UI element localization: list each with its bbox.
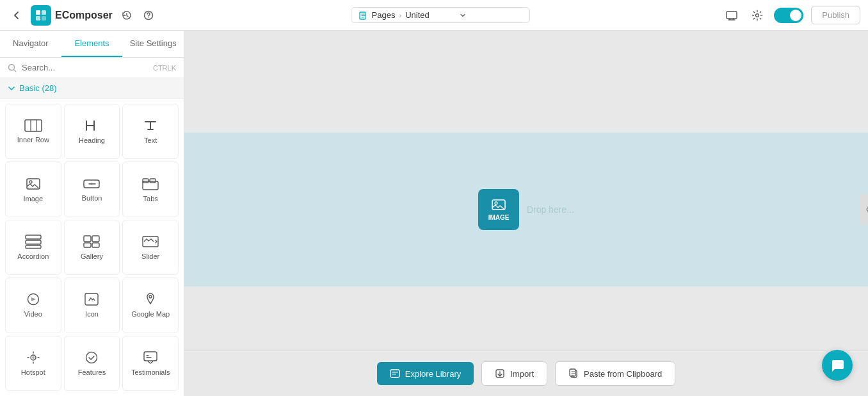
image-element-icon — [492, 199, 506, 211]
element-button-label: Button — [82, 194, 102, 202]
testimonials-icon — [143, 351, 158, 365]
elements-grid: Inner Row Heading Text — [0, 99, 184, 396]
gallery-icon — [83, 235, 100, 249]
svg-rect-1 — [42, 10, 46, 15]
element-image[interactable]: Image — [5, 161, 61, 217]
breadcrumb-bar[interactable]: Pages › United — [351, 7, 530, 23]
element-features-label: Features — [78, 368, 106, 376]
image-element-label: IMAGE — [488, 214, 510, 221]
svg-point-30 — [149, 295, 152, 298]
element-inner-row[interactable]: Inner Row — [5, 104, 61, 159]
hotspot-icon — [26, 351, 40, 365]
image-drop-element[interactable]: IMAGE — [478, 189, 519, 230]
element-video-label: Video — [24, 310, 42, 318]
collapse-sidebar-handle[interactable] — [860, 194, 868, 225]
element-text[interactable]: Text — [122, 104, 179, 159]
search-shortcut: CTRLK — [153, 64, 176, 72]
paste-clipboard-button[interactable]: Paste from Clipboard — [555, 361, 675, 386]
settings-button[interactable] — [748, 6, 766, 24]
section-label: Basic (28) — [19, 83, 57, 93]
svg-rect-20 — [26, 235, 41, 239]
svg-rect-37 — [390, 370, 399, 377]
paste-icon — [568, 368, 579, 379]
element-features[interactable]: Features — [64, 336, 120, 391]
element-tabs[interactable]: Tabs — [122, 161, 179, 217]
element-hotspot[interactable]: Hotspot — [5, 336, 61, 391]
element-gallery[interactable]: Gallery — [64, 220, 120, 275]
logo-icon — [31, 5, 51, 26]
element-video[interactable]: Video — [5, 277, 61, 333]
slider-icon — [142, 235, 159, 249]
top-header: EComposer — [0, 0, 868, 31]
search-input[interactable] — [22, 63, 148, 72]
logo-text: EComposer — [55, 10, 113, 21]
svg-rect-21 — [26, 240, 41, 244]
svg-rect-19 — [150, 179, 156, 183]
element-testimonials-label: Testimonials — [131, 368, 170, 376]
tab-site-settings[interactable]: Site Settings — [122, 31, 184, 57]
canvas-section[interactable]: IMAGE Drop here... — [184, 133, 868, 286]
pages-icon — [359, 11, 368, 20]
inner-row-icon — [24, 119, 42, 132]
logo: EComposer — [31, 5, 113, 26]
chevron-down-icon — [8, 85, 15, 92]
header-center: Pages › United — [163, 7, 718, 23]
tabs-icon — [142, 177, 159, 191]
header-tools — [118, 6, 157, 24]
element-accordion[interactable]: Accordion — [5, 220, 61, 275]
element-button[interactable]: Button — [64, 161, 120, 217]
tab-elements[interactable]: Elements — [61, 31, 123, 57]
back-button[interactable] — [8, 6, 26, 24]
heading-icon — [84, 119, 99, 133]
preview-toggle[interactable] — [774, 8, 803, 23]
explore-library-button[interactable]: Explore Library — [377, 362, 474, 385]
import-icon — [495, 368, 505, 379]
search-icon — [8, 63, 17, 72]
element-icon-label: Icon — [85, 310, 99, 318]
import-label: Import — [510, 369, 534, 379]
svg-rect-7 — [727, 12, 737, 19]
canvas-bottom-bar: Explore Library Import Paste from Clipbo… — [184, 351, 868, 396]
element-text-label: Text — [144, 136, 157, 144]
publish-button[interactable]: Publish — [811, 6, 860, 24]
element-icon[interactable]: Icon — [64, 277, 120, 333]
breadcrumb-pages: Pages — [372, 10, 396, 20]
tab-navigator[interactable]: Navigator — [0, 31, 61, 57]
svg-rect-0 — [36, 10, 40, 15]
history-button[interactable] — [118, 6, 136, 24]
explore-library-icon — [390, 368, 400, 379]
element-hotspot-label: Hotspot — [21, 368, 45, 376]
import-button[interactable]: Import — [481, 361, 547, 386]
svg-rect-10 — [25, 120, 42, 131]
section-header-basic[interactable]: Basic (28) — [0, 78, 184, 99]
element-google-map-label: Google Map — [131, 310, 170, 318]
breadcrumb-current: United — [405, 10, 430, 20]
element-heading[interactable]: Heading — [64, 104, 120, 159]
element-slider[interactable]: Slider — [122, 220, 179, 275]
help-button[interactable] — [140, 6, 157, 24]
sidebar: Navigator Elements Site Settings CTRLK B… — [0, 31, 184, 396]
svg-rect-18 — [143, 179, 149, 183]
features-icon — [84, 351, 99, 365]
device-preview-button[interactable] — [723, 6, 741, 24]
svg-point-32 — [32, 356, 35, 359]
main-layout: Navigator Elements Site Settings CTRLK B… — [0, 31, 868, 396]
paste-clipboard-label: Paste from Clipboard — [584, 369, 662, 379]
search-bar: CTRLK — [0, 58, 184, 78]
element-testimonials[interactable]: Testimonials — [122, 336, 179, 391]
chat-icon — [830, 358, 845, 373]
chat-button[interactable] — [822, 350, 853, 381]
element-inner-row-label: Inner Row — [17, 136, 49, 144]
element-accordion-label: Accordion — [17, 252, 49, 260]
element-google-map[interactable]: Google Map — [122, 277, 179, 333]
svg-rect-24 — [92, 236, 99, 242]
svg-rect-25 — [84, 243, 91, 247]
canvas-bottom-space — [184, 286, 868, 351]
toggle-wrap — [774, 8, 803, 23]
svg-rect-26 — [92, 243, 99, 247]
element-heading-label: Heading — [79, 136, 105, 144]
element-image-label: Image — [24, 195, 44, 202]
breadcrumb-chevron-icon — [459, 12, 467, 19]
map-icon — [143, 292, 157, 306]
explore-library-label: Explore Library — [405, 369, 461, 379]
